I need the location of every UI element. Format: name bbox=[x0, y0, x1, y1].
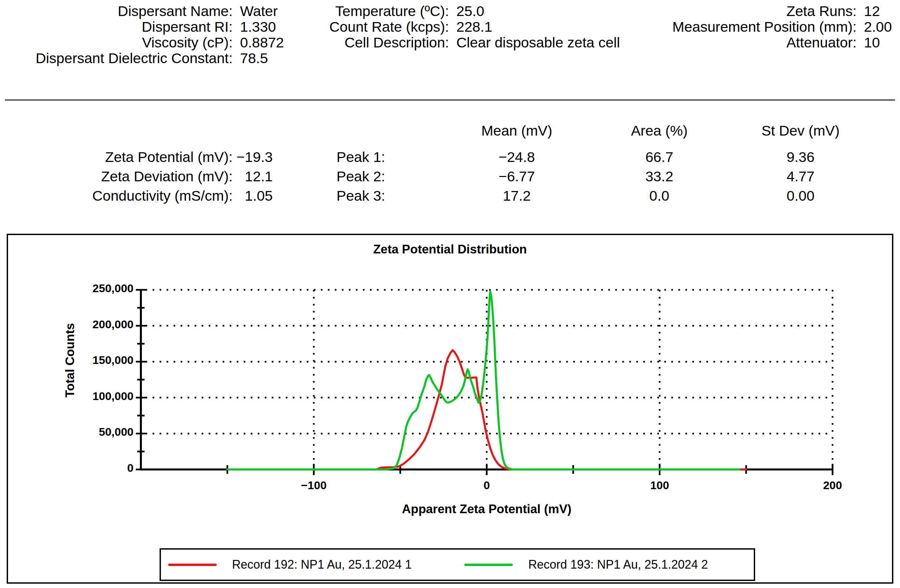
y-tick-label: 150,000 bbox=[50, 354, 133, 367]
x-tick-label: 100 bbox=[633, 479, 686, 492]
peak2-stdev: 4.77 bbox=[751, 168, 850, 185]
header-row: Dispersant Dielectric Constant: 78.5 bbox=[0, 50, 284, 66]
peak1-stdev: 9.36 bbox=[751, 149, 850, 165]
dispersant-name-label: Dispersant Name: bbox=[0, 3, 233, 19]
peak2-mean: −6.77 bbox=[467, 168, 567, 185]
peak2-area: 33.2 bbox=[609, 168, 709, 185]
peak2-label: Peak 2: bbox=[337, 168, 417, 185]
count-rate-label: Count Rate (kcps): bbox=[234, 19, 449, 35]
table-header-stdev: St Dev (mV) bbox=[751, 122, 850, 139]
x-tick-label: 0 bbox=[460, 479, 514, 492]
header-row: Cell Description: Clear disposable zeta … bbox=[234, 35, 620, 50]
table-header-area: Area (%) bbox=[609, 122, 709, 139]
measurement-position-label: Measurement Position (mm): bbox=[568, 19, 857, 35]
chart-title: Zeta Potential Distribution bbox=[7, 242, 893, 256]
y-tick-label: 0 bbox=[50, 461, 133, 475]
count-rate-value: 228.1 bbox=[456, 19, 492, 35]
chart-frame bbox=[7, 234, 893, 584]
dielectric-constant-label: Dispersant Dielectric Constant: bbox=[0, 50, 233, 66]
cell-description-label: Cell Description: bbox=[234, 35, 449, 50]
record-193-legend-line bbox=[464, 564, 513, 566]
zeta-runs-label: Zeta Runs: bbox=[568, 3, 857, 19]
x-axis-title: Apparent Zeta Potential (mV) bbox=[141, 502, 833, 516]
zeta-deviation-row: Zeta Deviation (mV):12.1 bbox=[0, 168, 273, 185]
x-tick-label: 200 bbox=[806, 479, 859, 492]
conductivity-value: 1.05 bbox=[233, 187, 273, 204]
table-header-mean: Mean (mV) bbox=[467, 122, 567, 139]
chart-legend: Record 192: NP1 Au, 25.1.2024 1 Record 1… bbox=[160, 548, 755, 581]
temperature-value: 25.0 bbox=[456, 3, 484, 19]
x-tick-label: −100 bbox=[287, 479, 340, 492]
header-column-runs: Zeta Runs: 12 Measurement Position (mm):… bbox=[568, 3, 892, 50]
peak3-label: Peak 3: bbox=[337, 187, 417, 204]
peak1-label: Peak 1: bbox=[337, 149, 417, 165]
zeta-potential-value: −19.3 bbox=[233, 149, 273, 165]
attenuator-label: Attenuator: bbox=[568, 35, 857, 50]
header-row: Count Rate (kcps): 228.1 bbox=[234, 19, 620, 35]
header-row: Zeta Runs: 12 bbox=[568, 3, 892, 19]
record-193-legend-label: Record 193: NP1 Au, 25.1.2024 2 bbox=[528, 558, 708, 572]
zeta-potential-row: Zeta Potential (mV):−19.3 bbox=[0, 149, 273, 165]
zeta-potential-report-page: Dispersant Name: Water Dispersant RI: 1.… bbox=[0, 0, 900, 588]
conductivity-row: Conductivity (mS/cm):1.05 bbox=[0, 187, 273, 204]
header-column-measurement: Temperature (ºC): 25.0 Count Rate (kcps)… bbox=[234, 3, 620, 50]
temperature-label: Temperature (ºC): bbox=[234, 3, 449, 19]
record-192-legend-label: Record 192: NP1 Au, 25.1.2024 1 bbox=[232, 558, 411, 572]
peak1-mean: −24.8 bbox=[467, 149, 567, 165]
record-192-legend-line bbox=[168, 564, 217, 566]
peak3-stdev: 0.00 bbox=[751, 187, 850, 204]
attenuator-value: 10 bbox=[864, 35, 880, 50]
y-tick-label: 100,000 bbox=[50, 389, 133, 403]
conductivity-label: Conductivity (mS/cm): bbox=[0, 187, 233, 204]
y-tick-label: 250,000 bbox=[50, 282, 133, 295]
horizontal-divider bbox=[5, 99, 895, 101]
measurement-position-value: 2.00 bbox=[864, 19, 892, 35]
zeta-deviation-label: Zeta Deviation (mV): bbox=[0, 168, 233, 185]
peak3-area: 0.0 bbox=[609, 187, 709, 204]
zeta-runs-value: 12 bbox=[864, 3, 880, 19]
dielectric-constant-value: 78.5 bbox=[240, 50, 268, 66]
header-row: Measurement Position (mm): 2.00 bbox=[568, 19, 892, 35]
peak1-area: 66.7 bbox=[609, 149, 709, 165]
y-tick-label: 50,000 bbox=[50, 425, 133, 438]
header-row: Temperature (ºC): 25.0 bbox=[234, 3, 620, 19]
dispersant-ri-label: Dispersant RI: bbox=[0, 19, 233, 35]
peak3-mean: 17.2 bbox=[467, 187, 567, 204]
viscosity-label: Viscosity (cP): bbox=[0, 35, 233, 50]
zeta-potential-label: Zeta Potential (mV): bbox=[0, 149, 233, 165]
header-row: Attenuator: 10 bbox=[568, 35, 892, 50]
zeta-deviation-value: 12.1 bbox=[233, 168, 273, 185]
y-tick-label: 200,000 bbox=[50, 318, 133, 331]
